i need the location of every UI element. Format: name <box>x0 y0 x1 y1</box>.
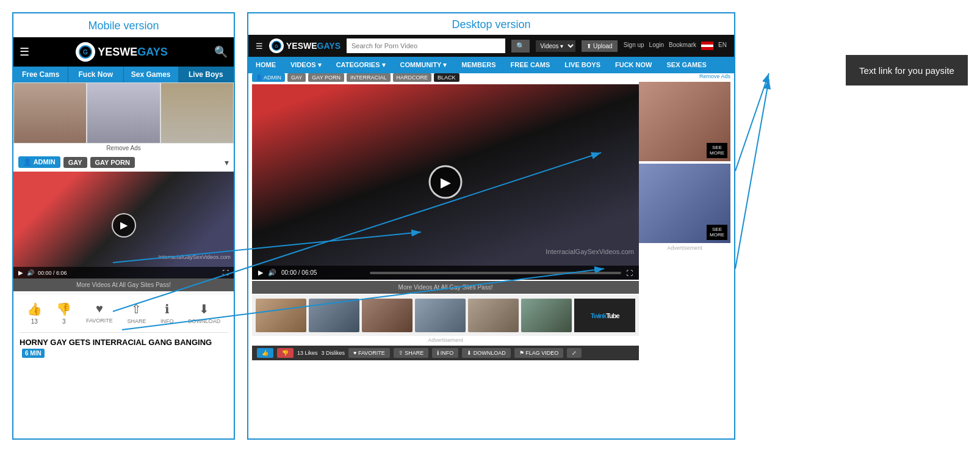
see-more-button-1[interactable]: SEEMORE <box>707 143 727 158</box>
dtag-gay[interactable]: GAY <box>287 73 306 82</box>
desktop-share-button[interactable]: ⇧ SHARE <box>394 348 429 358</box>
desktop-video[interactable]: ▶ InterracialGaySexVideos.com ▶ 🔊 00:00 … <box>252 84 639 280</box>
desktop-section-label: Desktop version <box>248 13 734 35</box>
nav-community[interactable]: COMMUNITY ▾ <box>393 57 455 73</box>
divider <box>20 332 228 333</box>
mobile-header: ☰ G YESWEGAYS 🔍 <box>13 37 234 67</box>
sidebar-ad-2[interactable]: SEEMORE <box>639 164 730 243</box>
lang-selector[interactable]: EN <box>718 42 727 50</box>
thumb-5[interactable] <box>468 299 519 332</box>
desktop-volume[interactable]: 🔊 <box>268 269 276 277</box>
desktop-expand-button[interactable]: ⤢ <box>567 348 582 358</box>
mobile-remove-ads[interactable]: Remove Ads <box>13 144 234 153</box>
chevron-down-icon[interactable]: ▾ <box>225 158 229 167</box>
duration-badge: 6 MIN <box>22 349 45 358</box>
nav-fuck-now[interactable]: FUCK NOW <box>608 57 660 73</box>
search-input[interactable] <box>347 38 505 53</box>
desktop-tags: 👤 ADMIN GAY GAY PORN INTERRACIAL HARDCOR… <box>252 73 639 82</box>
desktop-favorite-button[interactable]: ♥ FAVORITE <box>348 348 390 358</box>
nav-categories[interactable]: CATEGORIES ▾ <box>329 57 393 73</box>
nav-free-cams[interactable]: FREE CAMS <box>503 57 558 73</box>
upload-button[interactable]: ⬆ Upload <box>582 40 617 52</box>
mobile-nav: Free Cams Fuck Now Sex Games Live Boys <box>13 67 234 82</box>
thumb-2[interactable] <box>309 299 359 332</box>
mobile-nav-fuck-now[interactable]: Fuck Now <box>68 67 123 82</box>
nav-home[interactable]: HOME <box>248 57 283 73</box>
desktop-more-videos[interactable]: More Videos At All Gay Sites Pass! <box>252 281 639 294</box>
nav-members[interactable]: MEMBERS <box>454 57 503 73</box>
dtag-hardcore[interactable]: HARDCORE <box>393 73 432 82</box>
header-links: Sign up Login Bookmark EN <box>624 42 727 50</box>
search-icon[interactable]: 🔍 <box>214 45 228 59</box>
desktop-hamburger-icon[interactable]: ☰ <box>256 42 263 51</box>
desktop-fullscreen[interactable]: ⛶ <box>626 269 633 277</box>
login-link[interactable]: Login <box>649 42 664 50</box>
tag-gay-porn[interactable]: GAY PORN <box>90 157 135 168</box>
like-action[interactable]: 👍 13 <box>27 302 42 325</box>
share-icon: ⇧ <box>131 302 142 316</box>
desktop-dislike-button[interactable]: 👎 <box>277 348 294 358</box>
dtag-gay-porn[interactable]: GAY PORN <box>308 73 344 82</box>
bookmark-link[interactable]: Bookmark <box>669 42 696 50</box>
thumb-1[interactable] <box>256 299 306 332</box>
mobile-nav-live-boys[interactable]: Live Boys <box>179 67 234 82</box>
text-link-panel: Text link for you paysite <box>846 55 968 85</box>
desktop-remove-ads[interactable]: Remove Ads <box>639 73 730 79</box>
nav-videos[interactable]: VIDEOS ▾ <box>283 57 329 73</box>
hamburger-icon[interactable]: ☰ <box>20 45 29 59</box>
desktop-play-pause[interactable]: ▶ <box>258 269 263 277</box>
desktop-progress-bar[interactable] <box>370 272 621 274</box>
ad-figure-2 <box>87 83 159 143</box>
desktop-time: 00:00 / 06:05 <box>281 269 365 276</box>
dtag-interracial[interactable]: INTERRACIAL <box>347 73 391 82</box>
search-button[interactable]: 🔍 <box>511 40 530 53</box>
info-action[interactable]: ℹ INFO <box>160 302 174 325</box>
dtag-admin[interactable]: 👤 ADMIN <box>252 73 285 82</box>
thumb-6[interactable] <box>521 299 572 332</box>
desktop-like-button[interactable]: 👍 <box>257 348 273 358</box>
thumb-3[interactable] <box>362 299 413 332</box>
thumb-twink-tube[interactable]: TwinkTube <box>574 299 635 332</box>
dislike-count: 3 <box>62 318 66 325</box>
mobile-section-label: Mobile version <box>13 13 234 37</box>
logo-icon: G <box>76 42 95 62</box>
tag-gay[interactable]: GAY <box>63 157 87 168</box>
mobile-nav-sex-games[interactable]: Sex Games <box>124 67 179 82</box>
svg-text:G: G <box>275 43 278 49</box>
heart-icon: ♥ <box>96 302 103 316</box>
nav-sex-games[interactable]: SEX GAMES <box>660 57 714 73</box>
mobile-video-controls: ▶ 🔊 00:00 / 6:06 ⛶ <box>13 267 234 278</box>
desktop-download-button[interactable]: ⬇ DOWNLOAD <box>462 348 511 358</box>
see-more-button-2[interactable]: SEEMORE <box>707 225 727 240</box>
fullscreen-button[interactable]: ⛶ <box>223 269 229 276</box>
volume-button[interactable]: 🔊 <box>27 269 34 276</box>
mobile-logo: G YESWEGAYS <box>76 42 167 62</box>
desktop-play-button[interactable]: ▶ <box>429 165 463 199</box>
mobile-more-videos-bar[interactable]: More Videos At All Gay Sites Pass! <box>13 278 234 291</box>
mobile-ad-figures <box>13 82 234 144</box>
download-label: DOWNLOAD <box>188 318 220 324</box>
play-button[interactable]: ▶ <box>112 213 136 238</box>
download-action[interactable]: ⬇ DOWNLOAD <box>188 302 220 325</box>
mobile-video[interactable]: ▶ InterracialGaySexVideos.com ▶ 🔊 00:00 … <box>13 172 234 278</box>
dislike-icon: 👎 <box>56 302 71 316</box>
mobile-tag-bar: 👤 ADMIN GAY GAY PORN ▾ <box>13 153 234 172</box>
desktop-info-button[interactable]: ℹ INFO <box>432 348 458 358</box>
sidebar-ad-1[interactable]: SEEMORE <box>639 82 730 161</box>
dtag-black[interactable]: BLACK <box>434 73 459 82</box>
nav-live-boys[interactable]: LIVE BOYS <box>557 57 608 73</box>
desktop-logo-we: WE <box>303 41 317 51</box>
play-pause-button[interactable]: ▶ <box>18 269 23 276</box>
desktop-like-count: 13 Likes <box>297 350 318 356</box>
videos-dropdown[interactable]: Videos ▾ <box>536 40 575 52</box>
mobile-nav-free-cams[interactable]: Free Cams <box>13 67 68 82</box>
share-action[interactable]: ⇧ SHARE <box>127 302 146 325</box>
thumb-4[interactable] <box>415 299 466 332</box>
dislike-action[interactable]: 👎 3 <box>56 302 71 325</box>
sign-up-link[interactable]: Sign up <box>624 42 644 50</box>
video-main: 👤 ADMIN GAY GAY PORN INTERRACIAL HARDCOR… <box>252 73 639 360</box>
tag-admin[interactable]: 👤 ADMIN <box>18 156 60 168</box>
desktop-flag-button[interactable]: ⚑ FLAG VIDEO <box>514 348 564 358</box>
favorite-action[interactable]: ♥ FAVORITE <box>86 302 113 325</box>
like-icon: 👍 <box>27 302 42 316</box>
